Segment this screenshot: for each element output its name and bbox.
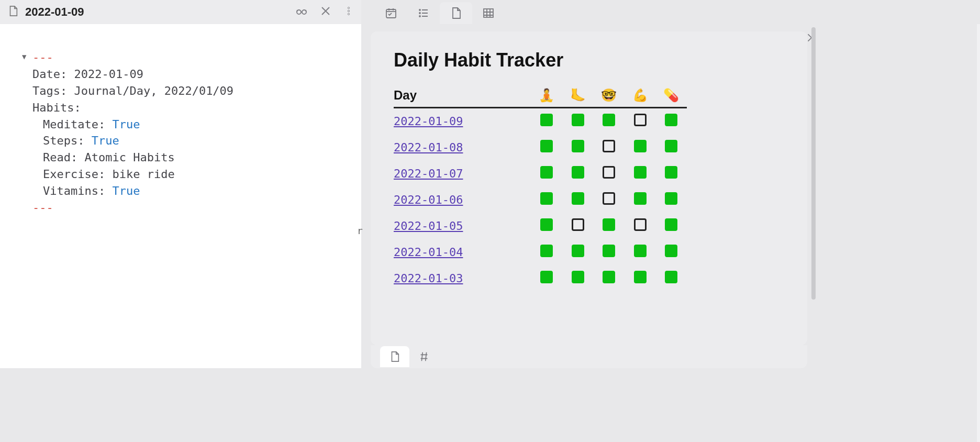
habit-cell (655, 187, 687, 213)
editor-line[interactable]: Steps: True (22, 132, 361, 149)
editor-body[interactable]: ▼ ---Date: 2022-01-09Tags: Journal/Day, … (0, 24, 361, 368)
svg-rect-9 (484, 9, 493, 17)
tab-note[interactable] (440, 2, 472, 24)
bottom-tab-hash[interactable] (409, 346, 439, 367)
check-empty-icon (603, 166, 615, 179)
day-link[interactable]: 2022-01-03 (394, 272, 463, 285)
table-row: 2022-01-09 (394, 108, 687, 135)
table-row: 2022-01-05 (394, 213, 687, 239)
habit-cell (594, 213, 625, 239)
fold-caret-icon[interactable]: ▼ (22, 51, 26, 62)
editor-line[interactable]: Habits: (22, 100, 361, 116)
more-menu-icon[interactable] (343, 5, 354, 19)
tracker-tabs (361, 0, 817, 24)
habit-cell (531, 108, 562, 135)
column-habit-icon: 🧘 (531, 85, 562, 108)
editor-line[interactable]: Vitamins: True (22, 183, 361, 200)
tab-table[interactable] (472, 2, 505, 24)
habit-cell (655, 161, 687, 187)
editor-line[interactable]: --- (22, 200, 361, 216)
habit-cell (625, 266, 655, 292)
tab-list[interactable] (407, 2, 440, 24)
note-title[interactable]: 2022-01-09 (25, 5, 289, 19)
habit-cell (625, 135, 655, 161)
habit-cell (655, 108, 687, 135)
table-row: 2022-01-03 (394, 266, 687, 292)
table-row: 2022-01-04 (394, 239, 687, 266)
check-done-icon (572, 271, 584, 283)
day-link[interactable]: 2022-01-06 (394, 193, 463, 206)
check-done-icon (572, 192, 584, 205)
day-cell: 2022-01-07 (394, 161, 531, 187)
check-done-icon (634, 192, 647, 205)
check-done-icon (603, 245, 615, 257)
editor-line[interactable]: Tags: Journal/Day, 2022/01/09 (22, 83, 361, 100)
bottom-tab-note[interactable] (380, 346, 409, 367)
check-empty-icon (603, 140, 615, 152)
check-done-icon (572, 140, 584, 152)
editor-line[interactable]: Date: 2022-01-09 (22, 66, 361, 83)
check-done-icon (572, 114, 584, 126)
day-cell: 2022-01-09 (394, 108, 531, 135)
file-icon (7, 5, 19, 19)
column-habit-icon: 🤓 (594, 85, 625, 108)
scrollbar-thumb[interactable] (811, 27, 816, 300)
check-done-icon (634, 140, 647, 152)
check-done-icon (665, 192, 677, 205)
editor-pane: 2022-01-09 ▼ ---Date: 2022-01-09Tags: Jo… (0, 0, 361, 368)
habit-cell (562, 239, 593, 266)
column-habit-icon: 💊 (655, 85, 687, 108)
habit-cell (562, 187, 593, 213)
habit-cell (655, 213, 687, 239)
check-done-icon (540, 140, 553, 152)
habit-cell (562, 108, 593, 135)
check-done-icon (540, 192, 553, 205)
check-done-icon (540, 218, 553, 231)
check-done-icon (665, 218, 677, 231)
bottom-tabs (371, 345, 807, 368)
day-link[interactable]: 2022-01-07 (394, 167, 463, 180)
day-cell: 2022-01-05 (394, 213, 531, 239)
tab-calendar[interactable] (375, 2, 407, 24)
habit-cell (562, 213, 593, 239)
day-link[interactable]: 2022-01-08 (394, 141, 463, 154)
habit-cell (594, 135, 625, 161)
habit-cell (655, 266, 687, 292)
svg-point-7 (419, 13, 420, 14)
close-icon[interactable] (319, 5, 332, 19)
svg-point-8 (419, 16, 420, 17)
tracker-title: Daily Habit Tracker (394, 49, 784, 71)
habit-cell (531, 161, 562, 187)
habit-cell (625, 239, 655, 266)
check-done-icon (540, 166, 553, 179)
editor-line[interactable]: Exercise: bike ride (22, 166, 361, 183)
habit-cell (625, 187, 655, 213)
table-row: 2022-01-08 (394, 135, 687, 161)
check-done-icon (540, 114, 553, 126)
check-done-icon (540, 271, 553, 283)
day-link[interactable]: 2022-01-04 (394, 246, 463, 259)
column-day: Day (394, 85, 531, 108)
habit-table: Day🧘🦶🤓💪💊 2022-01-092022-01-082022-01-072… (394, 85, 687, 292)
habit-cell (655, 135, 687, 161)
stray-char: r (357, 225, 363, 236)
check-done-icon (603, 218, 615, 231)
editor-line[interactable]: --- (22, 49, 361, 66)
table-row: 2022-01-07 (394, 161, 687, 187)
day-link[interactable]: 2022-01-05 (394, 219, 463, 233)
day-cell: 2022-01-08 (394, 135, 531, 161)
habit-cell (531, 187, 562, 213)
habit-cell (594, 161, 625, 187)
habit-cell (594, 187, 625, 213)
column-habit-icon: 🦶 (562, 85, 593, 108)
tracker-pane: Daily Habit Tracker Day🧘🦶🤓💪💊 2022-01-092… (361, 0, 817, 368)
check-done-icon (634, 245, 647, 257)
check-empty-icon (572, 218, 584, 231)
day-link[interactable]: 2022-01-09 (394, 115, 463, 128)
habit-cell (531, 213, 562, 239)
reading-mode-icon[interactable] (295, 5, 308, 19)
check-done-icon (572, 245, 584, 257)
editor-line[interactable]: Meditate: True (22, 116, 361, 133)
habit-cell (531, 266, 562, 292)
editor-line[interactable]: Read: Atomic Habits (22, 149, 361, 166)
